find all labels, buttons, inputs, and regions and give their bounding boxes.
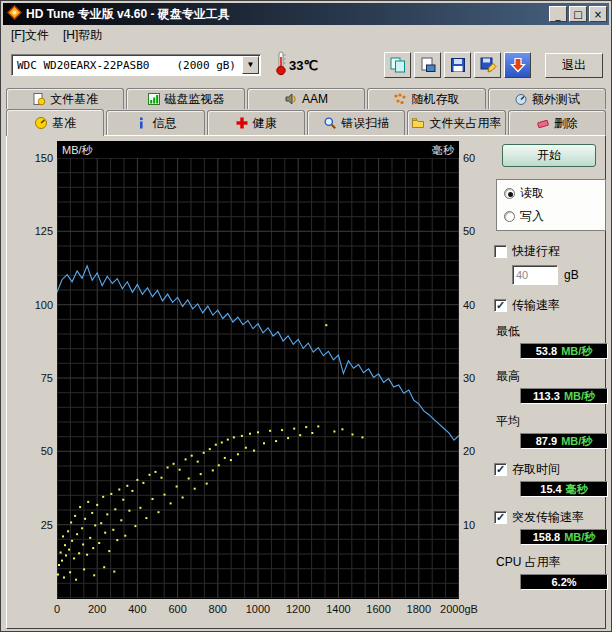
cpu-usage-readout: 6.2% (520, 574, 608, 590)
close-button[interactable]: × (589, 6, 607, 22)
y-right-tick: 60 (463, 152, 493, 164)
tab-benchmark[interactable]: 基准 (6, 109, 104, 136)
download-button[interactable] (504, 52, 531, 78)
write-radio[interactable]: 写入 (504, 208, 598, 225)
exit-button[interactable]: 退出 (545, 53, 603, 78)
mode-group: 读取 写入 (496, 179, 606, 231)
burst-rate-label: 突发传输速率 (512, 509, 584, 526)
read-radio-circle[interactable] (504, 188, 515, 199)
burst-rate-checkbox[interactable]: ✓ 突发传输速率 (494, 509, 610, 526)
tab-error-scan[interactable]: 错误扫描 (307, 110, 405, 135)
short-stroke-checkbox-box[interactable]: ✓ (494, 245, 507, 258)
short-stroke-unit-label: gB (564, 268, 579, 282)
drive-select[interactable]: WDC WD20EARX-22PASB0 (2000 gB) ▼ (11, 54, 261, 76)
extra-tests-icon (514, 92, 528, 106)
access-time-unit: 毫秒 (566, 482, 588, 497)
magnifier-icon (323, 116, 337, 130)
burst-rate-unit: MB/秒 (564, 530, 595, 545)
short-stroke-checkbox[interactable]: ✓ 快捷行程 (494, 243, 610, 260)
check-icon: ✓ (496, 464, 505, 474)
access-time-value: 15.4 (540, 483, 561, 495)
tab-folder-usage[interactable]: 文件夹占用率 (407, 110, 505, 135)
write-radio-circle[interactable] (504, 211, 515, 222)
transfer-rate-checkbox[interactable]: ✓ 传输速率 (494, 297, 610, 314)
avg-value: 87.9 (536, 435, 557, 447)
y-right-tick: 10 (463, 519, 493, 531)
check-icon: ✓ (496, 512, 505, 522)
tab-label: 磁盘监视器 (165, 91, 225, 108)
menu-help[interactable]: [H]帮助 (63, 27, 102, 44)
y-left-tick: 125 (19, 225, 53, 237)
random-access-icon (393, 92, 407, 106)
tab-info[interactable]: 信息 (106, 110, 204, 135)
min-readout: 53.8 MB/秒 (520, 343, 608, 359)
tab-label: 信息 (152, 115, 176, 132)
y-right-tick: 20 (463, 445, 493, 457)
copy-screenshot-button[interactable] (414, 52, 441, 78)
x-tick: 800 (196, 603, 240, 615)
plot-area: MB/秒 毫秒 (57, 141, 459, 599)
titlebar: HD Tune 专业版 v4.60 - 硬盘专业工具 _ □ × (3, 3, 609, 25)
access-time-label: 存取时间 (512, 461, 560, 478)
disk-monitor-icon (147, 92, 161, 106)
tabrow-secondary: 文件基准 磁盘监视器 AAM 随机存取 额外测试 (3, 85, 609, 109)
write-radio-label: 写入 (520, 208, 544, 225)
benchmark-chart: MB/秒 毫秒 15012510075502560504030201002004… (19, 141, 497, 625)
read-radio[interactable]: 读取 (504, 185, 598, 202)
tab-health[interactable]: 健康 (207, 110, 305, 135)
access-time-checkbox[interactable]: ✓ 存取时间 (494, 461, 610, 478)
save-as-button[interactable] (474, 52, 501, 78)
tab-aam[interactable]: AAM (247, 88, 365, 109)
access-time-checkbox-box[interactable]: ✓ (494, 463, 507, 476)
maximize-button[interactable]: □ (569, 6, 587, 22)
hdtune-window: HD Tune 专业版 v4.60 - 硬盘专业工具 _ □ × [F]文件 [… (0, 0, 612, 632)
y-left-tick: 150 (19, 152, 53, 164)
tab-disk-monitor[interactable]: 磁盘监视器 (126, 88, 244, 109)
y-left-tick: 25 (19, 519, 53, 531)
tab-random-access[interactable]: 随机存取 (367, 88, 485, 109)
tab-erase[interactable]: 删除 (508, 110, 606, 135)
temperature-value: 33℃ (289, 58, 318, 73)
x-tick: 1600 (357, 603, 401, 615)
save-button[interactable] (444, 52, 471, 78)
short-stroke-length-input[interactable] (512, 265, 558, 285)
short-stroke-label: 快捷行程 (512, 243, 560, 260)
avg-label: 平均 (496, 413, 610, 430)
toolbar-buttons (384, 52, 531, 78)
max-value: 113.3 (533, 390, 560, 402)
y-right-tick: 40 (463, 299, 493, 311)
screenshot-icon (419, 56, 437, 74)
tab-label: 删除 (554, 115, 578, 132)
minimize-button[interactable]: _ (549, 6, 567, 22)
floppy-pencil-icon (479, 56, 497, 74)
y-left-axis-label: MB/秒 (62, 143, 93, 158)
x-tick: 1400 (316, 603, 360, 615)
file-benchmark-icon (32, 92, 46, 106)
copy-button[interactable] (384, 52, 411, 78)
cpu-usage-value: 6.2% (551, 576, 576, 588)
x-tick: 400 (115, 603, 159, 615)
control-panel: 开始 读取 写入 ✓ 快捷行程 gB ✓ (492, 142, 610, 590)
tab-label: 错误扫描 (341, 115, 389, 132)
tab-label: 健康 (253, 115, 277, 132)
x-tick: 0 (35, 603, 79, 615)
info-icon (134, 116, 148, 130)
thermometer-icon (275, 50, 287, 80)
toolbar: WDC WD20EARX-22PASB0 (2000 gB) ▼ 33℃ (3, 45, 609, 85)
red-down-arrow-icon (509, 56, 527, 74)
tabrow-primary: 基准 信息 健康 错误扫描 文件夹占用率 删除 (3, 109, 609, 135)
x-tick: 1000 (236, 603, 280, 615)
short-stroke-length-row: gB (512, 265, 610, 285)
tab-extra-tests[interactable]: 额外测试 (488, 88, 606, 109)
tab-label: 额外测试 (532, 91, 580, 108)
window-title: HD Tune 专业版 v4.60 - 硬盘专业工具 (26, 6, 545, 23)
chevron-down-icon[interactable]: ▼ (242, 56, 259, 74)
y-right-axis-label: 毫秒 (432, 143, 454, 158)
start-button[interactable]: 开始 (502, 144, 596, 167)
copy-pages-icon (389, 56, 407, 74)
transfer-rate-checkbox-box[interactable]: ✓ (494, 299, 507, 312)
menu-file[interactable]: [F]文件 (11, 27, 49, 44)
tab-file-benchmark[interactable]: 文件基准 (6, 88, 124, 109)
cpu-usage-label: CPU 占用率 (496, 554, 610, 571)
burst-rate-checkbox-box[interactable]: ✓ (494, 511, 507, 524)
